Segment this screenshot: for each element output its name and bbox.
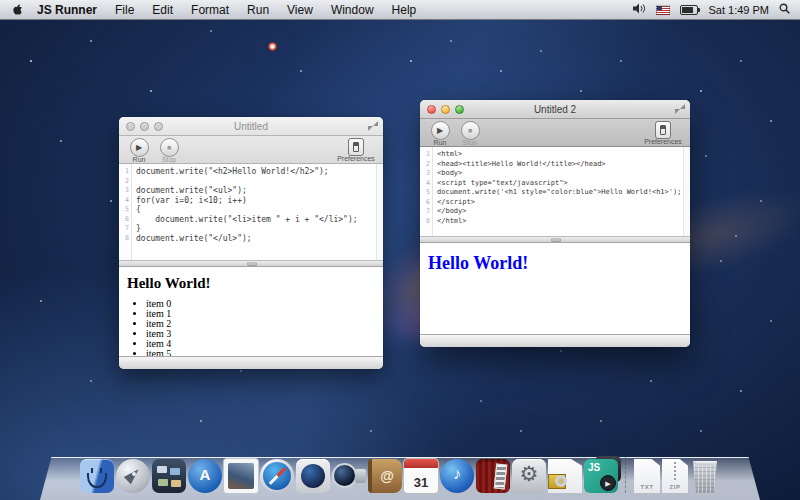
dock-item-itunes[interactable]: ♪ — [440, 459, 474, 493]
dock-item-trash[interactable] — [690, 459, 720, 493]
menu-edit[interactable]: Edit — [143, 3, 182, 17]
output-pane: Hello World! — [420, 243, 690, 334]
dock-item-calendar[interactable]: 31 — [404, 459, 438, 493]
code-line: <script type="text/javascript"> — [437, 179, 690, 189]
window-untitled: Untitled ▶ Run ■ Stop Preferences 123456… — [119, 117, 383, 369]
traffic-lights — [427, 105, 464, 114]
toolbar: ▶ Run ■ Stop Preferences — [119, 136, 383, 164]
code-line: document.write("</ul>"); — [136, 234, 383, 244]
code-editor[interactable]: 12345678<html><head><title>Hello World!<… — [420, 147, 690, 236]
run-button[interactable]: ▶ Run — [125, 138, 153, 163]
menu-view[interactable]: View — [278, 3, 322, 17]
menu-items: FileEditFormatRunViewWindowHelp — [106, 3, 425, 17]
splitter-handle[interactable] — [247, 262, 257, 266]
input-flag-icon[interactable] — [656, 5, 670, 15]
app-menu-title[interactable]: JS Runner — [28, 3, 106, 17]
dock-item-launchpad[interactable] — [116, 459, 150, 493]
preferences-icon — [348, 138, 364, 156]
calendar-glyph: 31 — [404, 475, 438, 490]
window-title: Untitled 2 — [534, 104, 576, 115]
splitter-handle[interactable] — [551, 238, 561, 242]
zoom-button[interactable] — [455, 105, 464, 114]
address-book-glyph: @ — [372, 468, 402, 484]
code-line: </html> — [437, 217, 690, 227]
scrollbar-track[interactable] — [683, 147, 690, 236]
toolbar: ▶ Run ■ Stop Preferences — [420, 119, 690, 147]
close-button[interactable] — [126, 122, 135, 131]
output-list-item: item 2 — [146, 319, 383, 329]
menu-file[interactable]: File — [106, 3, 143, 17]
itunes-glyph: ♪ — [440, 465, 474, 483]
menu-help[interactable]: Help — [383, 3, 426, 17]
output-list-item: item 4 — [146, 339, 383, 349]
zip-archive-glyph: ZIP — [662, 484, 688, 490]
dock: A@31♪⚙JSTXTZIP — [0, 457, 800, 493]
code-line: </body> — [437, 207, 690, 217]
dock-item-address-book[interactable]: @ — [368, 459, 402, 493]
code-line: document.write('<h1 style="color:blue">H… — [437, 188, 690, 198]
minimize-button[interactable] — [140, 122, 149, 131]
menu-format[interactable]: Format — [182, 3, 238, 17]
code-line: <head><title>Hello World!</title></head> — [437, 160, 690, 170]
preferences-button[interactable]: Preferences — [640, 121, 686, 145]
volume-icon[interactable] — [633, 3, 646, 17]
dock-item-finder[interactable] — [80, 459, 114, 493]
fullscreen-icon[interactable] — [675, 104, 685, 114]
scrollbar-track[interactable] — [376, 164, 383, 260]
splitter[interactable] — [420, 236, 690, 243]
dock-item-mail[interactable] — [224, 459, 258, 493]
preferences-button[interactable]: Preferences — [333, 138, 379, 162]
dock-item-safari[interactable] — [260, 459, 294, 493]
dock-item-js-runner[interactable]: JS — [584, 459, 618, 493]
play-icon: ▶ — [130, 138, 149, 157]
line-number-gutter: 12345678 — [420, 147, 433, 236]
stop-button[interactable]: ■ Stop — [155, 138, 183, 163]
dock-item-facetime[interactable] — [332, 459, 366, 493]
preferences-icon — [655, 121, 671, 139]
dock-item-mission-control[interactable] — [152, 459, 186, 493]
window-title: Untitled — [234, 121, 268, 132]
titlebar[interactable]: Untitled — [119, 117, 383, 136]
app-store-glyph: A — [188, 466, 222, 483]
close-button[interactable] — [427, 105, 436, 114]
status-bar — [420, 334, 690, 347]
dock-item-system-preferences[interactable]: ⚙ — [512, 459, 546, 493]
output-pane: Hello World! item 0item 1item 2item 3ite… — [119, 267, 383, 356]
dock-item-txt-document[interactable]: TXT — [634, 459, 660, 493]
apple-menu-icon[interactable] — [6, 3, 28, 17]
fullscreen-icon[interactable] — [368, 121, 378, 131]
menu-bar: JS Runner FileEditFormatRunViewWindowHel… — [0, 0, 800, 20]
menu-run[interactable]: Run — [238, 3, 278, 17]
zoom-button[interactable] — [154, 122, 163, 131]
output-list-item: item 0 — [146, 299, 383, 309]
minimize-button[interactable] — [441, 105, 450, 114]
red-star — [268, 42, 277, 51]
dock-item-web-globe[interactable] — [296, 459, 330, 493]
output-list-item: item 3 — [146, 329, 383, 339]
status-bar — [119, 356, 383, 369]
code-line: for(var i=0; i<10; i++) — [136, 196, 383, 206]
dock-separator — [625, 457, 627, 493]
spotlight-icon[interactable] — [779, 3, 790, 17]
menu-clock[interactable]: Sat 1:49 PM — [708, 4, 769, 16]
stop-button[interactable]: ■ Stop — [456, 121, 484, 146]
menu-window[interactable]: Window — [322, 3, 383, 17]
dock-item-zip-archive[interactable]: ZIP — [662, 459, 688, 493]
code-editor[interactable]: 12345678document.write("<h2>Hello World!… — [119, 164, 383, 260]
code-line: document.write("<li>item " + i + "</li>"… — [136, 215, 383, 225]
window-untitled-2: Untitled 2 ▶ Run ■ Stop Preferences 1234… — [420, 100, 690, 347]
js-runner-glyph: JS — [588, 462, 600, 473]
titlebar[interactable]: Untitled 2 — [420, 100, 690, 119]
output-list-item: item 5 — [146, 349, 383, 356]
output-list-item: item 1 — [146, 309, 383, 319]
dock-item-app-store[interactable]: A — [188, 459, 222, 493]
battery-icon[interactable] — [680, 5, 698, 15]
run-button[interactable]: ▶ Run — [426, 121, 454, 146]
dock-item-photo-booth[interactable] — [476, 459, 510, 493]
code-line — [136, 177, 383, 187]
txt-document-glyph: TXT — [634, 484, 660, 490]
dock-item-document-viewer[interactable] — [548, 459, 582, 493]
code-line: <body> — [437, 169, 690, 179]
splitter[interactable] — [119, 260, 383, 267]
code-line: } — [136, 224, 383, 234]
